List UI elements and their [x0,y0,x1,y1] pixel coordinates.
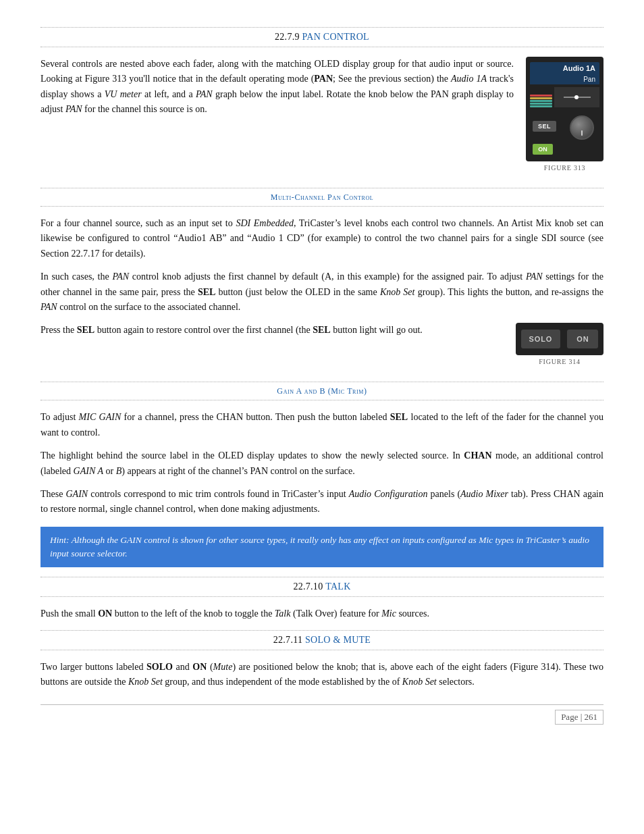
gain-italic-2: GAIN A [74,466,103,476]
subsection-header-gain: Gain A and B (Mic Trim) [41,382,603,400]
section-header-solo-mute: 22.7.11 SOLO & MUTE [41,630,603,650]
gain-italic-1: MIC GAIN [79,412,122,422]
pp-text-5: group). This lights the button, and re-a… [414,287,603,297]
vu-meter-area [530,87,599,107]
pan-intro-block: Audio 1A Pan [41,57,603,178]
solo-mute-number: 22.7.11 [273,635,302,645]
page-footer: Page | 261 [41,710,603,725]
solo-bold-1: SOLO [146,662,173,672]
subsection-header-multichannel: Multi-Channel Pan Control [41,188,603,207]
section-title-talk: 22.7.10 TALK [293,581,350,592]
talk-text-2: button to the left of the knob to toggle… [112,608,275,619]
vu-bar-yellow [530,97,552,99]
solo-italic-1: Mute [213,662,233,672]
talk-italic-2: Mic [381,608,396,619]
gain-italic-6: Audio Mixer [460,489,508,499]
section-number: 22.7.9 [275,32,300,42]
solo-on: ON [192,662,207,672]
page-number: Page | 261 [555,710,603,725]
section-header-talk: 22.7.10 TALK [41,577,603,597]
talk-on: ON [98,608,112,619]
figure-314-container: SOLO ON FIGURE 314 [516,323,603,365]
section-title-text: PAN CONTROL [302,32,369,42]
multichannel-p1: For a four channel source, such as an in… [41,216,603,261]
solo-text-3: ( [207,662,213,672]
solo-text-6: selectors. [437,677,475,687]
gain-p2-text-4: ) appears at right of the channel’s PAN … [122,466,355,476]
pp-italic-1: PAN [112,271,129,282]
pp-text-6: control on the surface to the associated… [57,302,241,312]
talk-title-text: TALK [325,581,350,592]
gain-p3: These GAIN controls correspond to mic tr… [41,487,603,517]
pan-pair-paragraph: In such cases, the PAN control knob adju… [41,269,603,315]
solo-button-fig314: SOLO [521,330,561,348]
pp-knobset: Knob Set [380,287,415,297]
pp-text-2: control knob adjusts the first channel b… [129,271,526,282]
section-header-pan-control: 22.7.9 PAN CONTROL [41,27,603,47]
ps-text-2: button again to restore control over the… [95,325,313,335]
subsection-title-gain: Gain A and B (Mic Trim) [277,386,367,396]
solo-mute-p1: Two larger buttons labeled SOLO and ON (… [41,660,603,690]
subsection-title-multichannel: Multi-Channel Pan Control [271,192,374,202]
pan-pair-block: In such cases, the PAN control knob adju… [41,269,603,372]
vu-bar-green-1 [530,100,552,102]
gain-italic-5: Audio Configuration [349,489,428,499]
pan-intro-italic-1: Audio 1A [451,74,487,84]
vu-bars [530,87,552,107]
knob-marker [581,130,583,136]
pan-intro-bold: PAN [314,74,333,84]
hint-box: Hint: Although the GAIN control is shown… [41,527,603,568]
pan-intro-vu: VU meter [105,89,142,99]
figure-313-container: Audio 1A Pan [526,57,603,172]
section-title-pan: 22.7.9 PAN CONTROL [275,32,369,42]
pan-intro-paragraph: Several controls are nested above each f… [41,57,603,118]
pp-bold-sel: SEL [198,287,215,297]
fig314-caption: FIGURE 314 [516,358,603,365]
gain-p2: The highlight behind the source label in… [41,448,603,479]
solo-italic-3: Knob Set [402,677,437,687]
solo-italic-2: Knob Set [128,677,163,687]
pan-intro-pan: PAN [196,89,213,99]
pp-italic-2: PAN [526,271,543,282]
gain-p3-text-2: controls correspond to mic trim controls… [88,489,349,499]
talk-text-4: sources. [396,608,429,619]
on-button-fig313: ON [533,144,553,155]
vu-bar-green-3 [530,105,552,107]
gain-bold-sel: SEL [390,412,408,422]
gain-p3-text-3: panels ( [428,489,461,499]
sel-button-fig313: SEL [533,121,556,132]
mc-p1-sdi: SDI Embedded [236,218,294,228]
fig313-caption: FIGURE 313 [526,164,603,172]
gain-chan: CHAN [464,450,491,461]
gain-text-1: for a channel, press the CHAN button. Th… [121,412,390,422]
knob-fig313 [570,115,594,140]
pp-text-1: In such cases, the [41,271,112,282]
pan-graph [554,87,599,107]
ps-text-1: Press the [41,325,77,335]
gain-number: Gain A and B [277,386,325,396]
audio-panel-fig313: Audio 1A Pan [526,57,603,161]
pan-intro-text-4: at left, and a [142,89,196,99]
ps-bold-sel: SEL [77,325,95,335]
pan-intro-text-2: ; See the previous section) the [333,74,451,84]
pan-intro-text-6: for the channel this source is on. [82,104,207,114]
audio-panel-pan-label: Pan [530,74,599,84]
solo-text-2: and [173,662,192,672]
gain-intro-text: To adjust [41,412,79,422]
gain-p3-text-1: These [41,489,65,499]
mc-p1-text-1: For a four channel source, such as an in… [41,218,236,228]
solo-on-panel-fig314: SOLO ON [516,323,603,355]
gain-italic-3: B [116,466,122,476]
solo-mute-title-text: SOLO & MUTE [305,635,371,645]
gain-p1: To adjust MIC GAIN for a channel, press … [41,410,603,440]
ps-text-3: button light will go out. [331,325,423,335]
talk-p1: Push the small ON button to the left of … [41,606,603,621]
audio-panel-title: Audio 1A [530,62,599,74]
footer-line [41,704,603,705]
vu-bar-green-2 [530,103,552,105]
section-title-solo-mute: 22.7.11 SOLO & MUTE [273,635,371,645]
solo-text-5: group, and thus independent of the mode … [163,677,402,687]
hint-text: Hint: Although the GAIN control is shown… [50,535,589,558]
talk-number: 22.7.10 [293,581,323,592]
talk-text-1: Push the small [41,608,98,619]
